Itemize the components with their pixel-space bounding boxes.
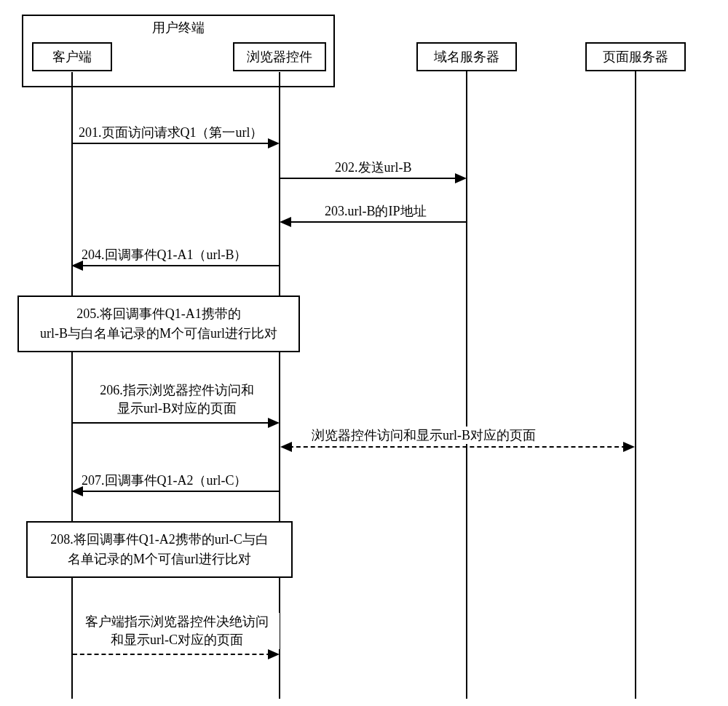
arrow-204 <box>73 265 279 266</box>
arrow-202 <box>280 178 465 179</box>
process-205-line2: url-B与白名单记录的M个可信url进行比对 <box>29 324 288 344</box>
arrow-203 <box>281 221 466 223</box>
process-208-line2: 名单记录的M个可信url进行比对 <box>38 550 281 569</box>
participant-browser-control-label: 浏览器控件 <box>247 49 312 64</box>
process-208: 208.将回调事件Q1-A2携带的url-C与白 名单记录的M个可信url进行比… <box>26 521 293 578</box>
label-203: 203.url-B的IP地址 <box>325 202 427 220</box>
label-final-line1: 客户端指示浏览器控件决绝访问 <box>74 613 280 631</box>
participant-browser-control: 浏览器控件 <box>233 42 326 71</box>
lifeline-browser-top <box>279 72 280 87</box>
process-208-line1: 208.将回调事件Q1-A2携带的url-C与白 <box>38 530 281 550</box>
arrow-206r <box>282 446 633 448</box>
arrow-201 <box>73 143 278 144</box>
label-final-line2: 和显示url-C对应的页面 <box>74 631 280 649</box>
lifeline-page-server <box>635 70 636 699</box>
label-final: 客户端指示浏览器控件决绝访问 和显示url-C对应的页面 <box>74 613 280 649</box>
arrow-final <box>73 654 278 655</box>
participant-dns-server-label: 域名服务器 <box>434 49 499 64</box>
arrow-207 <box>73 491 279 492</box>
lifeline-client <box>71 72 73 699</box>
participant-dns-server: 域名服务器 <box>416 42 517 71</box>
label-201: 201.页面访问请求Q1（第一url） <box>79 124 264 141</box>
participant-user-terminal-label: 用户终端 <box>152 20 205 35</box>
label-207: 207.回调事件Q1-A2（url-C） <box>82 472 248 489</box>
label-206-line1: 206.指示浏览器控件访问和 <box>86 381 268 400</box>
arrow-206 <box>73 422 278 424</box>
participant-page-server-label: 页面服务器 <box>603 49 668 64</box>
label-206-line2: 显示url-B对应的页面 <box>86 400 268 418</box>
process-205: 205.将回调事件Q1-A1携带的 url-B与白名单记录的M个可信url进行比… <box>17 296 300 352</box>
label-206r: 浏览器控件访问和显示url-B对应的页面 <box>312 427 536 444</box>
process-205-line1: 205.将回调事件Q1-A1携带的 <box>29 304 288 324</box>
lifeline-dns <box>466 70 467 699</box>
label-204: 204.回调事件Q1-A1（url-B） <box>82 246 248 263</box>
label-202: 202.发送url-B <box>335 159 412 176</box>
label-206: 206.指示浏览器控件访问和 显示url-B对应的页面 <box>86 381 268 418</box>
participant-client: 客户端 <box>32 42 112 71</box>
participant-client-label: 客户端 <box>52 49 92 64</box>
lifeline-browser <box>279 87 280 699</box>
participant-page-server: 页面服务器 <box>585 42 686 71</box>
